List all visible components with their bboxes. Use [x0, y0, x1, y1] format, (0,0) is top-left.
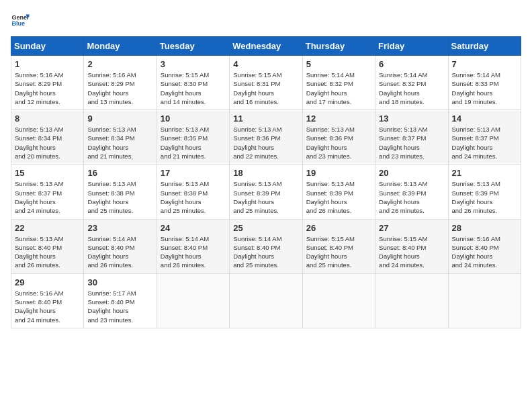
- header: General Blue: [11, 11, 521, 30]
- cell-info: Sunrise: 5:13 AM Sunset: 8:36 PM Dayligh…: [306, 125, 371, 161]
- cell-info: Sunrise: 5:16 AM Sunset: 8:40 PM Dayligh…: [452, 234, 517, 270]
- day-number: 25: [233, 223, 298, 233]
- cell-info: Sunrise: 5:13 AM Sunset: 8:37 PM Dayligh…: [379, 125, 444, 161]
- calendar-cell: 29 Sunrise: 5:16 AM Sunset: 8:40 PM Dayl…: [11, 273, 84, 328]
- calendar-cell: 17 Sunrise: 5:13 AM Sunset: 8:38 PM Dayl…: [157, 165, 229, 219]
- calendar-cell: 6 Sunrise: 5:14 AM Sunset: 8:32 PM Dayli…: [375, 56, 448, 110]
- cell-info: Sunrise: 5:13 AM Sunset: 8:34 PM Dayligh…: [15, 125, 80, 161]
- day-number: 1: [15, 59, 80, 69]
- calendar-cell: 18 Sunrise: 5:13 AM Sunset: 8:39 PM Dayl…: [230, 165, 302, 219]
- cell-info: Sunrise: 5:14 AM Sunset: 8:33 PM Dayligh…: [452, 71, 517, 106]
- cell-info: Sunrise: 5:15 AM Sunset: 8:31 PM Dayligh…: [233, 71, 298, 106]
- day-number: 24: [161, 223, 226, 233]
- calendar-cell: 1 Sunrise: 5:16 AM Sunset: 8:29 PM Dayli…: [11, 56, 84, 110]
- cell-info: Sunrise: 5:13 AM Sunset: 8:37 PM Dayligh…: [15, 179, 80, 215]
- calendar-cell: 26 Sunrise: 5:15 AM Sunset: 8:40 PM Dayl…: [302, 219, 375, 273]
- cell-info: Sunrise: 5:14 AM Sunset: 8:40 PM Dayligh…: [233, 234, 298, 270]
- day-number: 10: [161, 113, 226, 124]
- calendar-cell: 11 Sunrise: 5:13 AM Sunset: 8:36 PM Dayl…: [230, 110, 302, 165]
- cell-info: Sunrise: 5:13 AM Sunset: 8:36 PM Dayligh…: [233, 125, 298, 161]
- calendar-cell: 5 Sunrise: 5:14 AM Sunset: 8:32 PM Dayli…: [302, 56, 375, 110]
- day-number: 29: [15, 277, 80, 287]
- day-number: 12: [306, 113, 371, 124]
- calendar-week-row: 22 Sunrise: 5:13 AM Sunset: 8:40 PM Dayl…: [11, 219, 521, 273]
- calendar-header-row: SundayMondayTuesdayWednesdayThursdayFrid…: [11, 37, 521, 56]
- calendar-cell: 25 Sunrise: 5:14 AM Sunset: 8:40 PM Dayl…: [230, 219, 302, 273]
- calendar-cell: 22 Sunrise: 5:13 AM Sunset: 8:40 PM Dayl…: [11, 219, 84, 273]
- day-number: 15: [15, 168, 80, 178]
- logo: General Blue: [11, 11, 30, 30]
- calendar-week-row: 1 Sunrise: 5:16 AM Sunset: 8:29 PM Dayli…: [11, 56, 521, 110]
- calendar-cell-empty: [375, 273, 448, 328]
- day-number: 11: [233, 113, 298, 124]
- day-number: 18: [233, 168, 298, 178]
- calendar-cell: 3 Sunrise: 5:15 AM Sunset: 8:30 PM Dayli…: [157, 56, 229, 110]
- day-number: 30: [87, 277, 152, 287]
- calendar-cell: 4 Sunrise: 5:15 AM Sunset: 8:31 PM Dayli…: [230, 56, 302, 110]
- calendar-cell-empty: [157, 273, 229, 328]
- day-number: 3: [161, 59, 226, 69]
- day-of-week-header: Thursday: [302, 37, 375, 56]
- cell-info: Sunrise: 5:16 AM Sunset: 8:29 PM Dayligh…: [15, 71, 80, 106]
- calendar-cell: 15 Sunrise: 5:13 AM Sunset: 8:37 PM Dayl…: [11, 165, 84, 219]
- calendar-cell: 27 Sunrise: 5:15 AM Sunset: 8:40 PM Dayl…: [375, 219, 448, 273]
- calendar-cell: 19 Sunrise: 5:13 AM Sunset: 8:39 PM Dayl…: [302, 165, 375, 219]
- cell-info: Sunrise: 5:15 AM Sunset: 8:40 PM Dayligh…: [379, 234, 444, 270]
- cell-info: Sunrise: 5:13 AM Sunset: 8:34 PM Dayligh…: [87, 125, 152, 161]
- calendar-cell: 7 Sunrise: 5:14 AM Sunset: 8:33 PM Dayli…: [448, 56, 521, 110]
- calendar-cell: 21 Sunrise: 5:13 AM Sunset: 8:39 PM Dayl…: [448, 165, 521, 219]
- cell-info: Sunrise: 5:13 AM Sunset: 8:35 PM Dayligh…: [161, 125, 226, 161]
- calendar-table: SundayMondayTuesdayWednesdayThursdayFrid…: [11, 36, 521, 328]
- cell-info: Sunrise: 5:14 AM Sunset: 8:32 PM Dayligh…: [306, 71, 371, 106]
- calendar-cell: 10 Sunrise: 5:13 AM Sunset: 8:35 PM Dayl…: [157, 110, 229, 165]
- calendar-cell: 16 Sunrise: 5:13 AM Sunset: 8:38 PM Dayl…: [84, 165, 157, 219]
- calendar-cell-empty: [302, 273, 375, 328]
- calendar-cell: 28 Sunrise: 5:16 AM Sunset: 8:40 PM Dayl…: [448, 219, 521, 273]
- calendar-cell-empty: [230, 273, 302, 328]
- cell-info: Sunrise: 5:13 AM Sunset: 8:39 PM Dayligh…: [306, 179, 371, 215]
- cell-info: Sunrise: 5:13 AM Sunset: 8:38 PM Dayligh…: [87, 179, 152, 215]
- calendar-cell: 20 Sunrise: 5:13 AM Sunset: 8:39 PM Dayl…: [375, 165, 448, 219]
- day-number: 22: [15, 223, 80, 233]
- day-number: 4: [233, 59, 298, 69]
- day-number: 21: [452, 168, 517, 178]
- day-number: 20: [379, 168, 444, 178]
- cell-info: Sunrise: 5:13 AM Sunset: 8:40 PM Dayligh…: [15, 234, 80, 270]
- calendar-cell: 14 Sunrise: 5:13 AM Sunset: 8:37 PM Dayl…: [448, 110, 521, 165]
- svg-text:Blue: Blue: [11, 20, 25, 27]
- cell-info: Sunrise: 5:13 AM Sunset: 8:38 PM Dayligh…: [161, 179, 226, 215]
- day-of-week-header: Saturday: [448, 37, 521, 56]
- calendar-cell: 9 Sunrise: 5:13 AM Sunset: 8:34 PM Dayli…: [84, 110, 157, 165]
- calendar-cell: 2 Sunrise: 5:16 AM Sunset: 8:29 PM Dayli…: [84, 56, 157, 110]
- day-of-week-header: Monday: [84, 37, 157, 56]
- day-number: 27: [379, 223, 444, 233]
- day-number: 5: [306, 59, 371, 69]
- calendar-cell: 13 Sunrise: 5:13 AM Sunset: 8:37 PM Dayl…: [375, 110, 448, 165]
- cell-info: Sunrise: 5:13 AM Sunset: 8:39 PM Dayligh…: [379, 179, 444, 215]
- day-number: 23: [87, 223, 152, 233]
- day-number: 13: [379, 113, 444, 124]
- day-number: 9: [87, 113, 152, 124]
- cell-info: Sunrise: 5:16 AM Sunset: 8:29 PM Dayligh…: [87, 71, 152, 106]
- calendar-cell: 12 Sunrise: 5:13 AM Sunset: 8:36 PM Dayl…: [302, 110, 375, 165]
- calendar-cell: 24 Sunrise: 5:14 AM Sunset: 8:40 PM Dayl…: [157, 219, 229, 273]
- cell-info: Sunrise: 5:14 AM Sunset: 8:32 PM Dayligh…: [379, 71, 444, 106]
- calendar-week-row: 29 Sunrise: 5:16 AM Sunset: 8:40 PM Dayl…: [11, 273, 521, 328]
- logo-icon: General Blue: [11, 11, 30, 30]
- day-of-week-header: Wednesday: [230, 37, 302, 56]
- cell-info: Sunrise: 5:16 AM Sunset: 8:40 PM Dayligh…: [15, 289, 80, 324]
- calendar-cell-empty: [448, 273, 521, 328]
- day-number: 16: [87, 168, 152, 178]
- calendar-cell: 8 Sunrise: 5:13 AM Sunset: 8:34 PM Dayli…: [11, 110, 84, 165]
- cell-info: Sunrise: 5:17 AM Sunset: 8:40 PM Dayligh…: [87, 289, 152, 324]
- day-of-week-header: Friday: [375, 37, 448, 56]
- cell-info: Sunrise: 5:15 AM Sunset: 8:40 PM Dayligh…: [306, 234, 371, 270]
- day-number: 2: [87, 59, 152, 69]
- day-number: 7: [452, 59, 517, 69]
- calendar-week-row: 15 Sunrise: 5:13 AM Sunset: 8:37 PM Dayl…: [11, 165, 521, 219]
- cell-info: Sunrise: 5:15 AM Sunset: 8:30 PM Dayligh…: [161, 71, 226, 106]
- cell-info: Sunrise: 5:14 AM Sunset: 8:40 PM Dayligh…: [87, 234, 152, 270]
- calendar-cell: 30 Sunrise: 5:17 AM Sunset: 8:40 PM Dayl…: [84, 273, 157, 328]
- day-number: 6: [379, 59, 444, 69]
- day-number: 14: [452, 113, 517, 124]
